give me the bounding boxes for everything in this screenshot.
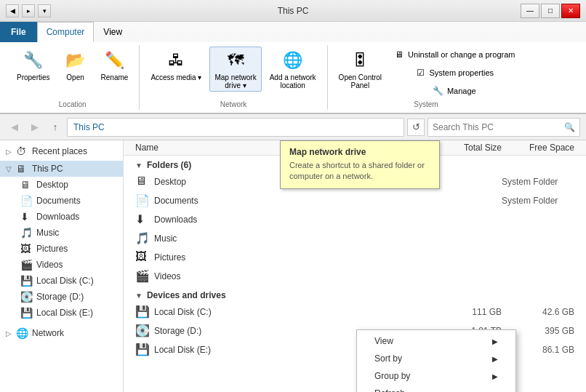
devices-section-label: Devices and drives (147, 290, 226, 300)
system-group-label: System (414, 100, 438, 108)
folders-triangle: ▼ (135, 161, 143, 169)
sidebar-section-this-pc: ▽ 🖥 This PC 🖥 Desktop 📄 Documents ⬇ Down… (0, 159, 123, 322)
this-pc-label: This PC (32, 164, 63, 174)
manage-button[interactable]: 🔧 Manage (390, 83, 518, 99)
search-input[interactable] (433, 122, 561, 132)
col-total-header[interactable]: Total Size (429, 143, 502, 153)
control-panel-label: Open ControlPanel (339, 73, 382, 89)
rename-button[interactable]: ✏️ Rename (96, 47, 134, 84)
properties-button[interactable]: 🔧 Properties (12, 47, 55, 84)
add-network-location-label: Add a networklocation (270, 73, 316, 89)
music-icon: 🎵 (20, 227, 32, 239)
local-disk-c-icon: 💾 (20, 275, 32, 287)
minimize-button[interactable]: — (521, 4, 539, 18)
properties-label: Properties (17, 73, 50, 81)
manage-label: Manage (447, 87, 476, 95)
tab-view[interactable]: View (94, 22, 132, 42)
forward-button[interactable]: ▶ (26, 119, 44, 136)
rename-label: Rename (101, 73, 129, 81)
videos-icon: 🎬 (20, 259, 32, 271)
tooltip-title: Map network drive (289, 147, 430, 157)
ctx-item-refresh[interactable]: Refresh (357, 385, 515, 392)
access-media-button[interactable]: 🖧 Access media ▾ (145, 47, 206, 84)
videos-file-name: Videos (154, 271, 574, 281)
music-label: Music (36, 228, 59, 238)
file-area: Name Total Size Free Space ▼ Folders (6)… (124, 140, 586, 392)
sidebar-item-storage-d[interactable]: 💽 Storage (D:) (0, 289, 123, 305)
main-content: ▷ ⏱ Recent places ▽ 🖥 This PC 🖥 Desktop … (0, 140, 586, 392)
add-network-location-button[interactable]: 🌐 Add a networklocation (265, 47, 321, 92)
sidebar-item-music[interactable]: 🎵 Music (0, 225, 123, 241)
back-button[interactable]: ◀ (6, 119, 23, 136)
list-item[interactable]: 💽 Storage (D:) 1.81 TB 395 GB (124, 321, 586, 340)
ctx-item-view[interactable]: View ▶ (357, 332, 515, 350)
list-item[interactable]: 💾 Local Disk (C:) 111 GB 42.6 GB (124, 303, 586, 321)
tab-computer[interactable]: Computer (37, 22, 95, 42)
access-media-label: Access media ▾ (150, 73, 201, 81)
quick-access-btn-3[interactable]: ▾ (38, 4, 51, 17)
col-free-header[interactable]: Free Space (502, 143, 574, 153)
storage-d-label: Storage (D:) (36, 292, 84, 302)
ctx-item-sort[interactable]: Sort by ▶ (357, 350, 515, 367)
ribbon-group-location: 🔧 Properties 📂 Open ✏️ Rename Location (6, 45, 140, 110)
list-item[interactable]: 🖼 Pictures (124, 248, 586, 267)
tab-file[interactable]: File (0, 22, 37, 42)
documents-icon: 📄 (20, 195, 32, 207)
list-item[interactable]: ⬇ Downloads (124, 210, 586, 229)
system-properties-button[interactable]: ☑ System properties (390, 65, 518, 81)
quick-access-btn-1[interactable]: ◀ (6, 4, 19, 17)
open-control-panel-button[interactable]: 🎛 Open ControlPanel (334, 47, 387, 92)
ribbon-group-system-items: 🎛 Open ControlPanel 🖥 Uninstall or chang… (334, 47, 519, 99)
this-pc-icon: 🖥 (16, 163, 28, 175)
open-button[interactable]: 📂 Open (58, 47, 93, 84)
list-item[interactable]: 📄 Documents System Folder (124, 191, 586, 210)
access-media-icon: 🖧 (164, 49, 188, 72)
ctx-group-arrow: ▶ (492, 372, 498, 380)
local-disk-c-free: 42.6 GB (502, 307, 574, 317)
address-bar: ◀ ▶ ↑ This PC ↺ 🔍 (0, 114, 586, 140)
local-disk-c-file-name: Local Disk (C:) (154, 307, 429, 317)
list-item[interactable]: 🎬 Videos (124, 267, 586, 286)
downloads-icon: ⬇ (20, 211, 32, 223)
sidebar-item-pictures[interactable]: 🖼 Pictures (0, 241, 123, 257)
sidebar-item-local-disk-c[interactable]: 💾 Local Disk (C:) (0, 273, 123, 289)
ctx-item-group[interactable]: Group by ▶ (357, 367, 515, 385)
open-label: Open (66, 73, 84, 81)
downloads-file-icon: ⬇ (135, 212, 150, 227)
this-pc-expand-icon: ▽ (6, 165, 12, 173)
ribbon-group-system: 🎛 Open ControlPanel 🖥 Uninstall or chang… (328, 45, 525, 110)
sidebar-item-recent-places[interactable]: ▷ ⏱ Recent places (0, 143, 123, 159)
uninstall-button[interactable]: 🖥 Uninstall or change a program (390, 47, 518, 63)
sidebar-item-downloads[interactable]: ⬇ Downloads (0, 209, 123, 225)
address-this-pc[interactable]: This PC (73, 122, 105, 132)
ctx-refresh-label: Refresh (374, 388, 405, 392)
storage-d-icon: 💽 (20, 291, 32, 303)
rename-icon: ✏️ (103, 49, 126, 72)
manage-icon: 🔧 (433, 85, 444, 97)
map-network-drive-button[interactable]: 🗺 Map networkdrive ▾ (209, 47, 261, 92)
maximize-button[interactable]: □ (541, 4, 560, 18)
up-button[interactable]: ↑ (47, 119, 64, 136)
music-file-name: Music (154, 233, 574, 244)
quick-access-btn-2[interactable]: ▸ (22, 4, 35, 17)
list-item[interactable]: 🎵 Music (124, 229, 586, 248)
pictures-icon: 🖼 (20, 243, 32, 255)
recent-places-icon: ⏱ (16, 145, 28, 157)
storage-d-file-icon: 💽 (135, 324, 150, 338)
sidebar-item-this-pc[interactable]: ▽ 🖥 This PC (0, 161, 123, 177)
ctx-sort-arrow: ▶ (492, 355, 498, 363)
close-button[interactable]: ✕ (561, 4, 580, 18)
recent-places-label: Recent places (32, 146, 87, 156)
sidebar-item-desktop[interactable]: 🖥 Desktop (0, 177, 123, 193)
downloads-label: Downloads (36, 212, 79, 222)
refresh-button[interactable]: ↺ (407, 119, 425, 136)
sidebar-item-network[interactable]: ▷ 🌐 Network (0, 325, 123, 341)
sidebar-item-videos[interactable]: 🎬 Videos (0, 257, 123, 273)
pictures-file-name: Pictures (154, 252, 574, 263)
sidebar-item-documents[interactable]: 📄 Documents (0, 193, 123, 209)
desktop-label: Desktop (36, 180, 68, 190)
system-properties-icon: ☑ (414, 67, 426, 79)
address-path[interactable]: This PC (67, 118, 404, 137)
list-item[interactable]: 💾 Local Disk (E:) 931 GB 86.1 GB (124, 340, 586, 359)
sidebar-item-local-disk-e[interactable]: 💾 Local Disk (E:) (0, 305, 123, 321)
